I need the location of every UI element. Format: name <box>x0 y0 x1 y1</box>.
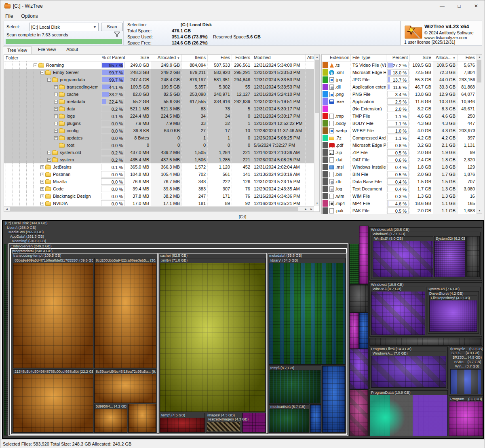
treemap-node[interactable]: temp\ (4.5 GB) <box>160 413 205 433</box>
col-files[interactable]: Files <box>208 55 232 61</box>
folder-row[interactable]: +transcoding-temp44.1 %109.5 GB109.5 GB5… <box>4 83 315 91</box>
treemap-node[interactable] <box>349 349 369 389</box>
col-file-type[interactable]: File Type <box>351 55 386 61</box>
scan-button[interactable]: Scan <box>101 23 123 31</box>
col-folder[interactable]: Folder <box>4 55 100 61</box>
maximize-button[interactable]: □ <box>451 0 468 12</box>
extension-row[interactable]: .pngPNG File3.4 %13.8 GB12.9 GB64,077 <box>322 91 477 98</box>
expand-toggle-icon[interactable]: + <box>54 122 58 125</box>
drive-select[interactable]: [C:] Local Disk ▼ <box>29 23 99 31</box>
extension-row[interactable]: .xmlMicrosoft Edge HTML18.0 %72.5 GB72.3… <box>322 69 477 76</box>
scroll-up-icon[interactable]: ▲ <box>477 55 482 60</box>
treemap-node[interactable]: temp\ (8.7 GB) <box>269 366 321 404</box>
treemap-node[interactable] <box>322 366 346 433</box>
col-extension[interactable]: Extension <box>328 55 351 61</box>
expand-toggle-icon[interactable]: + <box>40 173 44 176</box>
treemap-node[interactable] <box>349 313 359 349</box>
folder-row[interactable]: +updates0.0 %8 Bytes011012/26/2024 5:08:… <box>4 134 315 142</box>
scroll-up-icon[interactable]: ▲ <box>314 55 320 60</box>
treemap-node[interactable]: WindowsA... (7.0 GB) <box>371 351 446 388</box>
treemap-node[interactable] <box>349 284 369 313</box>
expand-toggle-icon[interactable]: + <box>47 158 51 162</box>
folder-row[interactable]: +plugins0.0 %7.9 MB7.9 MB3332112/31/2024… <box>4 120 315 127</box>
expand-toggle-icon[interactable]: + <box>54 85 58 89</box>
folder-row[interactable]: −Roaming95.7 %249.0 GB249.9 GB884,094587… <box>4 61 315 69</box>
treemap-node[interactable] <box>242 413 266 433</box>
treemap-node[interactable] <box>450 369 481 394</box>
tab-file-view[interactable]: File View <box>34 46 60 53</box>
scroll-right2-icon[interactable]: ▶ <box>309 207 314 212</box>
extension-row[interactable]: .jpgJPG File13.7 %55.3 GB44.0 GB233,159 <box>322 76 477 83</box>
treemap-node[interactable]: 8cd200dbb5a9422ca86ee3eb5... (30.4 GB) <box>94 258 156 368</box>
treemap-node[interactable]: Program... (3.3 GB) <box>449 397 483 436</box>
extension-row[interactable]: .logText Document0.4 %1.7 GB1.3 GB3,080 <box>322 185 477 192</box>
treemap-canvas[interactable]: [C:] Local Disk (344.9 GB)Users\ (268.0 … <box>3 221 483 438</box>
folder-row[interactable]: +config0.0 %39.8 KB64.0 KB27171012/28/20… <box>4 127 315 134</box>
extension-row[interactable]: .dllApplication extension11.6 %46.7 GB33… <box>322 83 477 91</box>
close-button[interactable]: ✕ <box>468 0 485 12</box>
folder-row[interactable]: +metadata22.4 %55.2 GB55.6 GB617,555334,… <box>4 98 315 105</box>
treemap-node[interactable] <box>359 313 369 349</box>
expand-toggle-icon[interactable]: + <box>40 187 44 191</box>
folder-row[interactable]: +cache33.2 %82.0 GB82.5 GB253,098240,971… <box>4 91 315 98</box>
expand-toggle-icon[interactable]: + <box>40 165 44 169</box>
col-folders[interactable]: Folders <box>232 55 252 61</box>
folder-row[interactable]: +data0.2 %521.1 MB521.3 MB8378512/31/202… <box>4 105 315 112</box>
treemap-node[interactable] <box>6 244 8 435</box>
col-allocated[interactable]: Allocated▼ <box>151 55 182 61</box>
folder-row[interactable]: −Emby-Server99.7 %248.3 GB249.2 GB879,21… <box>4 69 315 76</box>
extension-row[interactable]: .binBIN File0.5 %2.0 GB1.7 GB1,876 <box>322 171 477 178</box>
treemap-node[interactable] <box>128 404 156 433</box>
treemap-node[interactable] <box>359 226 369 284</box>
col-size[interactable]: Size <box>126 55 151 61</box>
treemap-node[interactable] <box>369 338 482 346</box>
extension-row[interactable]: .wimWIM File0.3 %1.3 GB1.3 GB16 <box>322 192 477 200</box>
folder-row[interactable]: +logs0.1 %224.4 MB224.5 MB3434012/31/202… <box>4 112 315 120</box>
extension-row[interactable]: .dbData Base File0.4 %1.5 GB1.5 GB707 <box>322 178 477 185</box>
treemap-node[interactable]: FileRepository\ (4.2 GB) <box>429 296 477 332</box>
folder-row[interactable]: +system0.2 %435.4 MB437.5 MB1,5061,28522… <box>4 156 315 163</box>
folder-row[interactable]: −programdata99.7 %247.4 GB248.4 GB876,19… <box>4 76 315 83</box>
expand-toggle-icon[interactable]: + <box>54 93 58 96</box>
extension-row[interactable]: .exeApplication2.9 %11.6 GB10.3 GB10,946 <box>322 98 477 105</box>
collapse-toggle-icon[interactable]: − <box>40 71 44 74</box>
expand-toggle-icon[interactable]: + <box>54 136 58 140</box>
menu-file[interactable]: File <box>2 13 16 19</box>
treemap-node[interactable]: WinSxS\ (8.0 GB) <box>373 236 433 277</box>
scroll-left-icon[interactable]: ◀ <box>4 207 9 212</box>
folder-row[interactable]: +Code0.0 %39.4 MB39.8 MB3833077612/29/20… <box>4 185 315 192</box>
treemap-node[interactable]: 8c39aa4d9fbc46f18ea72c95a5a... (9.2 GB) <box>94 369 156 403</box>
filter-icon[interactable] <box>114 32 120 38</box>
treemap-node[interactable] <box>349 244 359 284</box>
minimize-button[interactable]: — <box>434 0 451 12</box>
menu-options[interactable]: Options <box>18 13 41 19</box>
folder-row[interactable]: +Mozilla0.0 %76.6 MB76.7 MB34822212612/3… <box>4 178 315 185</box>
col-ext-size[interactable]: Size <box>410 55 433 61</box>
col-ext-files[interactable]: Files <box>458 55 477 61</box>
treemap-node[interactable]: System32\ (6.2 GB) <box>434 236 466 277</box>
extension-grid-vscrollbar[interactable]: ▲ ▼ <box>477 55 482 213</box>
treemap-node[interactable]: xmltv\ (71.8 GB) <box>160 258 266 412</box>
collapse-toggle-icon[interactable]: − <box>34 63 37 67</box>
extension-row[interactable]: .7zCompressed Archive1.1 %4.2 GB4.2 GB39… <box>322 134 477 142</box>
folder-grid-hscrollbar[interactable]: ◀ ▶ ▶ <box>4 206 314 211</box>
expand-toggle-icon[interactable]: + <box>54 114 58 118</box>
extension-row[interactable]: .zipZIP File0.5 %2.0 GB1.9 GB99 <box>322 149 477 156</box>
extension-row[interactable]: .tmpTMP File1.1 %4.6 GB4.6 GB250 <box>322 112 477 120</box>
folder-row[interactable]: +JetBrains0.1 %365.0 MB366.3 MB1,5721,12… <box>4 163 315 171</box>
col-modified[interactable]: Modified <box>252 55 306 61</box>
treemap-node[interactable] <box>310 404 321 433</box>
scroll-down-icon[interactable]: ▼ <box>477 208 482 213</box>
extension-row[interactable]: .webpWEBP File1.0 %4.0 GB4.3 GB203,973 <box>322 127 477 134</box>
expand-toggle-icon[interactable]: + <box>40 194 44 198</box>
extension-row[interactable]: .pakPAK File0.5 %2.0 GB1.1 GB1,683 <box>322 207 477 214</box>
extension-row[interactable]: .pdfMicrosoft Edge PDF0.8 %3.2 GB2.1 GB1… <box>322 142 477 149</box>
treemap-node[interactable]: library\ (34.3 GB) <box>269 258 346 365</box>
folder-row[interactable]: root0.0 %000005/6/2024 7:32:27 PM <box>4 142 315 149</box>
extension-row[interactable]: .tsTS Video File (VLC)27.2 %109.5 GB109.… <box>322 61 477 69</box>
expand-toggle-icon[interactable]: + <box>47 151 51 154</box>
expand-toggle-icon[interactable]: + <box>54 107 58 111</box>
treemap-node[interactable]: ProgramData\ (10.9 GB) <box>369 390 448 436</box>
treemap-node[interactable]: 85ba9e989a5d4f71b8ea8def51785550\ (39.6 … <box>13 258 93 368</box>
expand-toggle-icon[interactable]: + <box>54 129 58 133</box>
